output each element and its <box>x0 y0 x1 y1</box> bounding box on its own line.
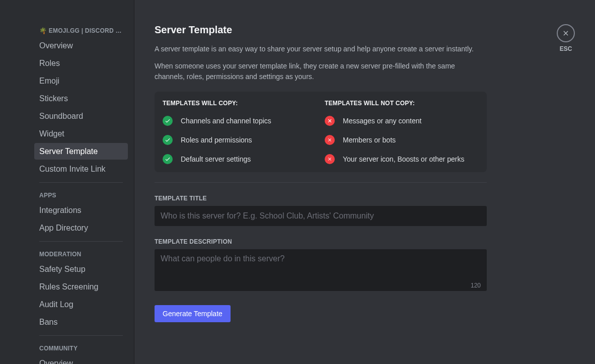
will-not-copy-label: Members or bots <box>343 135 396 144</box>
server-name-header: 🌴 EMOJI.GG | DISCORD EM… <box>34 24 128 37</box>
page-description-2: When someone uses your server template l… <box>155 61 487 82</box>
will-copy-item: Roles and permissions <box>163 135 317 145</box>
sidebar-item-server-template[interactable]: Server Template <box>34 143 128 160</box>
x-icon <box>325 154 335 164</box>
sidebar-category-community: Community <box>34 342 128 355</box>
sidebar-item-audit-log[interactable]: Audit Log <box>34 296 128 313</box>
sidebar-category-apps: Apps <box>34 189 128 202</box>
will-copy-header: Templates will copy: <box>163 100 317 107</box>
sidebar-separator <box>39 335 123 336</box>
divider <box>155 182 487 183</box>
check-icon <box>163 116 173 126</box>
will-copy-label: Default server settings <box>181 155 251 164</box>
will-copy-item: Channels and channel topics <box>163 116 317 126</box>
sidebar-item-safety-setup[interactable]: Safety Setup <box>34 261 128 277</box>
sidebar-item-rules-screening[interactable]: Rules Screening <box>34 278 128 295</box>
will-not-copy-item: Messages or any content <box>325 116 479 126</box>
sidebar-separator <box>39 241 123 242</box>
settings-sidebar: 🌴 EMOJI.GG | DISCORD EM… Overview Roles … <box>0 0 134 364</box>
template-title-input[interactable] <box>155 206 487 226</box>
template-will-not-copy-column: Templates will not copy: Messages or any… <box>325 100 479 164</box>
close-button[interactable]: ESC <box>557 24 575 52</box>
sidebar-item-stickers[interactable]: Stickers <box>34 90 128 107</box>
will-not-copy-header: Templates will not copy: <box>325 100 479 107</box>
sidebar-item-custom-invite-link[interactable]: Custom Invite Link <box>34 161 128 177</box>
sidebar-item-emoji[interactable]: Emoji <box>34 72 128 89</box>
page-description-1: A server template is an easy way to shar… <box>155 44 487 54</box>
will-not-copy-label: Your server icon, Boosts or other perks <box>343 155 465 164</box>
sidebar-item-community-overview[interactable]: Overview <box>34 355 128 364</box>
sidebar-item-soundboard[interactable]: Soundboard <box>34 108 128 124</box>
close-icon <box>557 24 575 42</box>
check-icon <box>163 154 173 164</box>
x-icon <box>325 135 335 145</box>
template-info-box: Templates will copy: Channels and channe… <box>155 92 487 172</box>
will-not-copy-item: Members or bots <box>325 135 479 145</box>
template-description-label: Template Description <box>155 238 487 245</box>
will-copy-label: Channels and channel topics <box>181 116 271 125</box>
template-will-copy-column: Templates will copy: Channels and channe… <box>163 100 317 164</box>
page-title: Server Template <box>155 24 487 36</box>
will-not-copy-label: Messages or any content <box>343 116 421 125</box>
x-icon <box>325 116 335 126</box>
template-title-label: Template Title <box>155 195 487 202</box>
check-icon <box>163 135 173 145</box>
will-copy-item: Default server settings <box>163 154 317 164</box>
will-not-copy-item: Your server icon, Boosts or other perks <box>325 154 479 164</box>
sidebar-item-widget[interactable]: Widget <box>34 125 128 142</box>
generate-template-button[interactable]: Generate Template <box>155 305 231 322</box>
sidebar-category-moderation: Moderation <box>34 248 128 261</box>
sidebar-item-app-directory[interactable]: App Directory <box>34 220 128 236</box>
sidebar-item-integrations[interactable]: Integrations <box>34 202 128 219</box>
sidebar-item-roles[interactable]: Roles <box>34 55 128 71</box>
sidebar-item-overview[interactable]: Overview <box>34 37 128 54</box>
sidebar-item-bans[interactable]: Bans <box>34 314 128 330</box>
template-description-input[interactable] <box>155 249 487 291</box>
close-label: ESC <box>560 45 572 52</box>
sidebar-separator <box>39 182 123 183</box>
will-copy-label: Roles and permissions <box>181 135 252 144</box>
